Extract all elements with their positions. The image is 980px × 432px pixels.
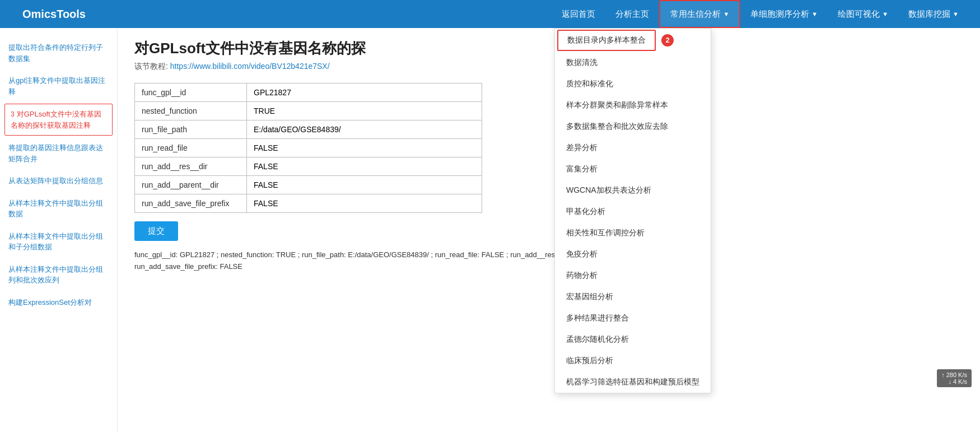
dropdown-item-1[interactable]: 数据清洗 bbox=[555, 52, 711, 73]
nav-bioinformatics[interactable]: 常用生信分析 ▼ bbox=[659, 0, 740, 28]
nav-single-cell[interactable]: 单细胞测序分析 ▼ bbox=[740, 0, 828, 28]
sidebar-item-6[interactable]: 从样本注释文件中提取出分组和子分组数据 bbox=[0, 225, 117, 258]
dropdown-item-4[interactable]: 多数据集整合和批次效应去除 bbox=[555, 116, 711, 137]
dropdown-item-3[interactable]: 样本分群聚类和剔除异常样本 bbox=[555, 95, 711, 116]
upload-speed: ↑ 280 K/s bbox=[941, 371, 967, 378]
dropdown-item-2[interactable]: 质控和标准化 bbox=[555, 73, 711, 95]
dropdown-arrow-2: ▼ bbox=[811, 11, 818, 17]
nav-analysis-home[interactable]: 分析主页 bbox=[605, 0, 659, 28]
top-navigation: OmicsTools 返回首页 分析主页 常用生信分析 ▼ 单细胞测序分析 ▼ … bbox=[0, 0, 980, 28]
nav-home[interactable]: 返回首页 bbox=[552, 0, 605, 28]
field-value-cell bbox=[247, 138, 482, 157]
submit-button[interactable]: 提交 bbox=[134, 221, 178, 241]
dropdown-item-14[interactable]: 孟德尔随机化分析 bbox=[555, 329, 711, 350]
sidebar-item-4[interactable]: 从表达矩阵中提取出分组信息 bbox=[0, 170, 117, 192]
dropdown-item-9[interactable]: 相关性和互作调控分析 bbox=[555, 222, 711, 244]
field-value-cell bbox=[247, 83, 482, 101]
field-input[interactable] bbox=[247, 102, 482, 120]
field-label: run_file_path bbox=[135, 120, 247, 138]
field-label: nested_function bbox=[135, 101, 247, 120]
brand-logo: OmicsTools bbox=[11, 8, 97, 21]
dropdown-item-11[interactable]: 药物分析 bbox=[555, 265, 711, 286]
bioinformatics-dropdown: 数据目录内多样本整合 2 数据清洗 质控和标准化 样本分群聚类和剔除异常样本 多… bbox=[554, 28, 711, 393]
field-label: func_gpl__id bbox=[135, 83, 247, 101]
sidebar-item-3[interactable]: 将提取的基因注释信息跟表达矩阵合并 bbox=[0, 137, 117, 170]
dropdown-item-16[interactable]: 机器学习筛选特征基因和构建预后模型 bbox=[555, 371, 711, 393]
dropdown-item-7[interactable]: WGCNA加权共表达分析 bbox=[555, 180, 711, 201]
field-value-cell bbox=[247, 120, 482, 138]
table-row: run_add__parent__dir bbox=[135, 175, 482, 194]
dropdown-item-10[interactable]: 免疫分析 bbox=[555, 244, 711, 265]
main-content: 对GPLsoft文件中没有基因名称的探 该节教程: https://www.bi… bbox=[118, 28, 980, 432]
field-input[interactable] bbox=[247, 176, 482, 194]
dropdown-item-15[interactable]: 临床预后分析 bbox=[555, 350, 711, 371]
field-label: run_add_save_file_prefix bbox=[135, 194, 247, 212]
sidebar-item-2[interactable]: 3对GPLsoft文件中没有基因名称的探针获取基因注释 bbox=[4, 104, 113, 136]
field-value-cell bbox=[247, 157, 482, 175]
field-input[interactable] bbox=[247, 194, 482, 212]
page-title: 对GPLsoft文件中没有基因名称的探 bbox=[134, 39, 963, 58]
table-row: run_add_save_file_prefix bbox=[135, 194, 482, 212]
dropdown-arrow-4: ▼ bbox=[953, 11, 959, 17]
dropdown-item-0[interactable]: 数据目录内多样本整合 bbox=[557, 30, 656, 51]
table-row: run_add__res__dir bbox=[135, 157, 482, 175]
field-label: run_add__parent__dir bbox=[135, 175, 247, 194]
dropdown-item-13[interactable]: 多种结果进行整合 bbox=[555, 308, 711, 329]
download-speed: ↓ 4 K/s bbox=[941, 378, 967, 385]
dropdown-arrow-3: ▼ bbox=[882, 11, 888, 17]
dropdown-item-8[interactable]: 甲基化分析 bbox=[555, 201, 711, 222]
dropdown-arrow: ▼ bbox=[723, 11, 729, 17]
nav-links: 返回首页 分析主页 常用生信分析 ▼ 单细胞测序分析 ▼ 绘图可视化 ▼ 数据库… bbox=[552, 0, 969, 28]
table-row: nested_function bbox=[135, 101, 482, 120]
field-value-cell bbox=[247, 194, 482, 212]
sidebar-item-0[interactable]: 提取出符合条件的特定行列子数据集 bbox=[0, 36, 117, 69]
field-input[interactable] bbox=[247, 157, 482, 175]
speed-indicator: ↑ 280 K/s ↓ 4 K/s bbox=[937, 369, 972, 387]
page-subtitle: 该节教程: https://www.bilibili.com/video/BV1… bbox=[134, 62, 963, 72]
dropdown-item-6[interactable]: 富集分析 bbox=[555, 159, 711, 180]
field-value-cell bbox=[247, 175, 482, 194]
dropdown-item-12[interactable]: 宏基因组分析 bbox=[555, 286, 711, 308]
nav-visualization[interactable]: 绘图可视化 ▼ bbox=[828, 0, 898, 28]
sidebar-item-7[interactable]: 从样本注释文件中提取出分组列和批次效应列 bbox=[0, 258, 117, 291]
sidebar-item-5[interactable]: 从样本注释文件中提取出分组数据 bbox=[0, 192, 117, 225]
field-input[interactable] bbox=[247, 83, 482, 101]
table-row: run_file_path bbox=[135, 120, 482, 138]
sidebar: 提取出符合条件的特定行列子数据集 从gpl注释文件中提取出基因注释 3对GPLs… bbox=[0, 28, 118, 432]
sidebar-badge-3: 3 bbox=[11, 110, 15, 118]
dropdown-item-5[interactable]: 差异分析 bbox=[555, 137, 711, 159]
tutorial-link[interactable]: https://www.bilibili.com/video/BV12b421e… bbox=[170, 62, 330, 71]
field-label: run_read_file bbox=[135, 138, 247, 157]
field-label: run_add__res__dir bbox=[135, 157, 247, 175]
nav-database[interactable]: 数据库挖掘 ▼ bbox=[898, 0, 969, 28]
sidebar-item-1[interactable]: 从gpl注释文件中提取出基因注释 bbox=[0, 69, 117, 103]
main-layout: 提取出符合条件的特定行列子数据集 从gpl注释文件中提取出基因注释 3对GPLs… bbox=[0, 28, 980, 432]
table-row: func_gpl__id bbox=[135, 83, 482, 101]
table-row: run_read_file bbox=[135, 138, 482, 157]
badge-2: 2 bbox=[661, 34, 674, 47]
field-value-cell bbox=[247, 101, 482, 120]
sidebar-item-8[interactable]: 构建ExpressionSet分析对 bbox=[0, 291, 117, 314]
parameter-form: func_gpl__idnested_functionrun_file_path… bbox=[134, 83, 482, 213]
field-input[interactable] bbox=[247, 120, 482, 138]
field-input[interactable] bbox=[247, 139, 482, 157]
